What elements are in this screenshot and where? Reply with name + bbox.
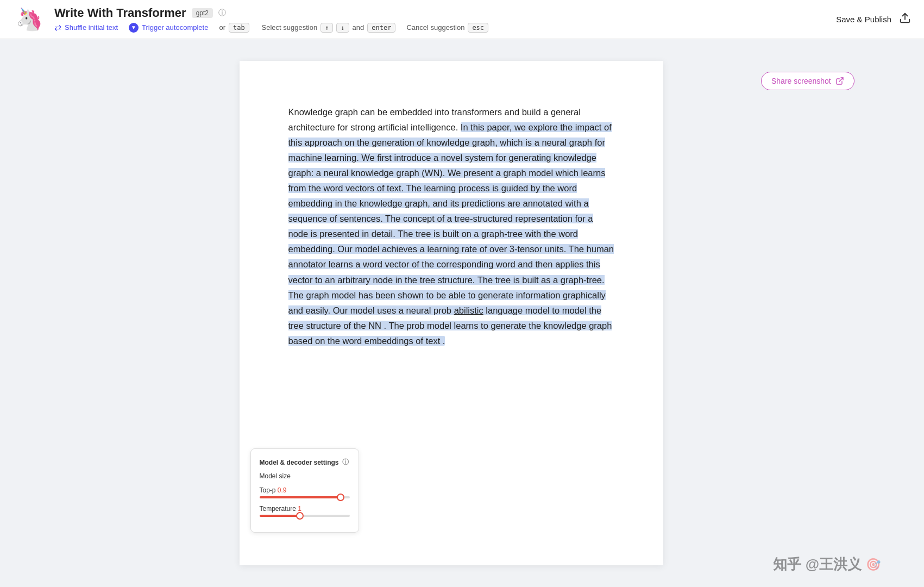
enter-key: enter	[367, 23, 395, 33]
top-p-thumb[interactable]	[337, 494, 344, 501]
editor-paper[interactable]: Knowledge graph can be embedded into tra…	[240, 61, 663, 565]
settings-title-text: Model & decoder settings	[260, 459, 339, 466]
title-row: Write With Transformer gpt2 ⓘ	[54, 6, 488, 20]
main-area: Knowledge graph can be embedded into tra…	[0, 39, 924, 587]
and-text: and	[353, 23, 364, 32]
shuffle-icon: ⇄	[54, 22, 61, 33]
esc-key: esc	[468, 23, 488, 33]
save-publish-button[interactable]: Save & Publish	[836, 15, 891, 24]
cancel-suggestion-hint: Cancel suggestion esc	[406, 23, 488, 33]
model-badge: gpt2	[192, 8, 213, 18]
top-p-fill	[260, 496, 341, 498]
app-title: Write With Transformer	[54, 6, 186, 20]
header: 🦄 Write With Transformer gpt2 ⓘ ⇄ Shuffl…	[0, 0, 924, 39]
temperature-thumb[interactable]	[296, 512, 304, 520]
tab-key: tab	[229, 23, 249, 33]
shuffle-button[interactable]: ⇄ Shuffle initial text	[54, 22, 118, 33]
up-arrow-key: ↑	[320, 23, 333, 33]
top-p-slider[interactable]	[260, 496, 350, 498]
upload-icon	[899, 12, 911, 24]
share-screenshot-label: Share screenshot	[771, 77, 831, 85]
settings-info-icon[interactable]: ⓘ	[342, 458, 349, 467]
right-panel: Share screenshot	[750, 61, 924, 565]
top-p-row: Top-p 0.9 0.9	[260, 486, 350, 498]
svg-line-1	[839, 78, 843, 82]
editor-container: Knowledge graph can be embedded into tra…	[152, 61, 750, 565]
settings-panel: Model & decoder settings ⓘ Model size gp…	[250, 448, 359, 533]
external-link-icon	[835, 77, 844, 85]
select-text: Select suggestion	[262, 23, 318, 32]
temperature-label: Temperature 1	[260, 505, 350, 513]
share-icon-button[interactable]	[899, 12, 911, 27]
toolbar-row: ⇄ Shuffle initial text ▼ Trigger autocom…	[54, 22, 488, 33]
settings-title: Model & decoder settings ⓘ	[260, 458, 350, 467]
trigger-autocomplete-button[interactable]: ▼ Trigger autocomplete	[129, 23, 208, 33]
text-highlighted: In this paper, we explore the impact of …	[288, 122, 614, 346]
header-right: Save & Publish	[836, 12, 911, 27]
model-size-row: Model size gpt2/arxiv-nlp	[260, 472, 350, 480]
model-size-label: Model size	[260, 472, 350, 480]
temperature-fill	[260, 515, 300, 517]
temperature-row: Temperature 1 1	[260, 505, 350, 517]
trigger-label: Trigger autocomplete	[142, 23, 208, 32]
shuffle-label: Shuffle initial text	[65, 23, 118, 32]
or-text: or	[219, 23, 225, 32]
text-underline: abilistic	[454, 305, 483, 315]
temperature-slider[interactable]	[260, 515, 350, 517]
down-arrow-key: ↓	[336, 23, 349, 33]
left-spacer	[0, 61, 152, 565]
share-screenshot-button[interactable]: Share screenshot	[761, 72, 854, 90]
title-section: Write With Transformer gpt2 ⓘ ⇄ Shuffle …	[54, 6, 488, 33]
select-suggestion-hint: or tab Select suggestion ↑ ↓ and enter	[219, 23, 395, 33]
top-p-label: Top-p 0.9	[260, 486, 350, 494]
editor-text[interactable]: Knowledge graph can be embedded into tra…	[288, 104, 614, 348]
cancel-text: Cancel suggestion	[406, 23, 464, 32]
app-logo: 🦄	[13, 3, 46, 36]
trigger-icon: ▼	[129, 23, 139, 33]
info-icon[interactable]: ⓘ	[218, 8, 226, 18]
